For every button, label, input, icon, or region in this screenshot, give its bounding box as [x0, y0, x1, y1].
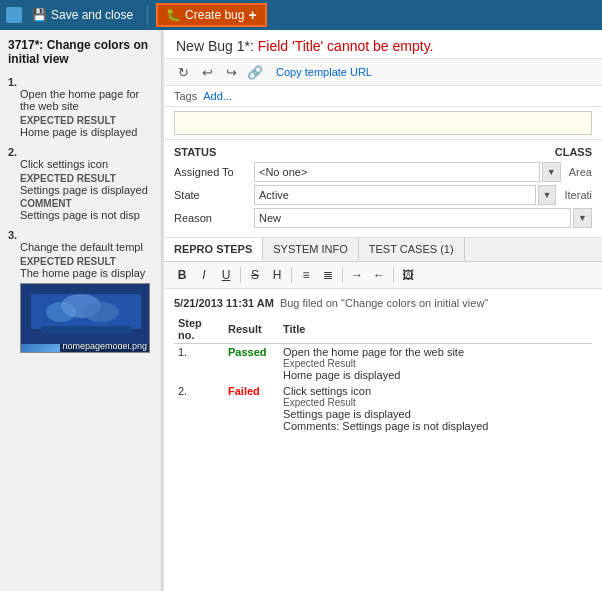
- undo-icon[interactable]: ↩: [198, 63, 216, 81]
- table-row: 1. Passed Open the home page for the web…: [174, 344, 592, 384]
- area-label: Area: [569, 166, 592, 178]
- bug-filed-text: Bug filed on "Change colors on initial v…: [280, 297, 488, 309]
- unordered-list-button[interactable]: ≣: [318, 265, 338, 285]
- assigned-to-dropdown[interactable]: ▼: [542, 162, 561, 182]
- result-1: Passed: [224, 344, 279, 384]
- state-dropdown[interactable]: ▼: [538, 185, 557, 205]
- result-2: Failed: [224, 383, 279, 434]
- svg-rect-6: [41, 326, 131, 334]
- title-1: Open the home page for the web site Expe…: [279, 344, 592, 384]
- save-and-close-button[interactable]: 💾 Save and close: [26, 3, 139, 27]
- bug-form-toolbar: ↻ ↩ ↪ 🔗 Copy template URL: [164, 59, 602, 86]
- reason-input[interactable]: [254, 208, 571, 228]
- expected-value-1: Home page is displayed: [283, 369, 588, 381]
- step-2: 2. Click settings icon EXPECTED RESULT S…: [8, 146, 153, 221]
- expected-value-2: Settings page is displayed: [283, 408, 588, 420]
- step-no-1: 1.: [174, 344, 224, 384]
- step-2-number: 2.: [8, 146, 153, 158]
- status-header: STATUS: [174, 146, 216, 158]
- step-3-image-inner: [21, 284, 60, 352]
- state-label: State: [174, 189, 254, 201]
- work-item-title: 3717*: Change colors on initial view: [8, 38, 153, 66]
- left-panel: 3717*: Change colors on initial view 1. …: [0, 30, 162, 591]
- step-2-comment-value: Settings page is not disp: [20, 209, 150, 221]
- col-header-title: Title: [279, 315, 592, 344]
- rte-divider-1: [240, 267, 241, 283]
- comment-value-2: Comments: Settings page is not displayed: [283, 420, 588, 432]
- image-button[interactable]: 🖼: [398, 265, 418, 285]
- step-3-number: 3.: [8, 229, 153, 241]
- expected-label-1: Expected Result: [283, 358, 588, 369]
- bug-form: New Bug 1*: Field 'Title' cannot be empt…: [162, 30, 602, 591]
- assigned-to-label: Assigned To: [174, 166, 254, 178]
- title-2: Click settings icon Expected Result Sett…: [279, 383, 592, 434]
- step-2-action: Click settings icon: [20, 158, 153, 170]
- italic-button[interactable]: I: [194, 265, 214, 285]
- ordered-list-button[interactable]: ≡: [296, 265, 316, 285]
- svg-point-5: [83, 302, 119, 322]
- tabs-bar: REPRO STEPS SYSTEM INFO TEST CASES (1): [164, 238, 602, 262]
- tags-row: Tags Add...: [164, 86, 602, 107]
- underline-button[interactable]: U: [216, 265, 236, 285]
- step-no-2: 2.: [174, 383, 224, 434]
- bug-title-error: Field 'Title' cannot be empty.: [258, 38, 434, 54]
- toolbar-divider: [147, 5, 148, 25]
- title-input-area: [164, 107, 602, 140]
- rte-divider-4: [393, 267, 394, 283]
- create-bug-button[interactable]: 🐛 Create bug +: [156, 3, 267, 27]
- status-section: STATUS CLASS Assigned To ▼ Area State ▼ …: [164, 140, 602, 238]
- reason-dropdown[interactable]: ▼: [573, 208, 592, 228]
- tab-test-cases[interactable]: TEST CASES (1): [359, 238, 465, 261]
- col-header-result: Result: [224, 315, 279, 344]
- steps-table: Step no. Result Title 1. Passed Open the…: [174, 315, 592, 434]
- repro-steps-content: 5/21/2013 11:31 AM Bug filed on "Change …: [164, 289, 602, 442]
- reason-label: Reason: [174, 212, 254, 224]
- col-header-step: Step no.: [174, 315, 224, 344]
- tags-add-button[interactable]: Add...: [203, 90, 232, 102]
- app-icon: [6, 7, 22, 23]
- step-2-comment-label: COMMENT: [20, 198, 153, 209]
- class-header: CLASS: [555, 146, 592, 158]
- state-field-wrap: ▼: [254, 185, 556, 205]
- step-1-action: Open the home page for the web site: [20, 88, 153, 112]
- link-icon[interactable]: 🔗: [246, 63, 264, 81]
- refresh-icon[interactable]: ↻: [174, 63, 192, 81]
- step-1-expected-label: EXPECTED RESULT: [20, 115, 153, 126]
- assigned-to-row: Assigned To ▼ Area: [174, 162, 592, 182]
- bug-icon: 🐛: [166, 8, 181, 22]
- svg-rect-0: [8, 9, 20, 21]
- rte-toolbar: B I U S H ≡ ≣ → ← 🖼: [164, 262, 602, 289]
- step-3-expected-value: The home page is display: [20, 267, 150, 279]
- indent-button[interactable]: →: [347, 265, 367, 285]
- bold-button[interactable]: B: [172, 265, 192, 285]
- outdent-button[interactable]: ←: [369, 265, 389, 285]
- title-input[interactable]: [174, 111, 592, 135]
- expected-label-2: Expected Result: [283, 397, 588, 408]
- highlight-button[interactable]: H: [267, 265, 287, 285]
- tab-repro-steps[interactable]: REPRO STEPS: [164, 238, 263, 261]
- step-1-expected-value: Home page is displayed: [20, 126, 153, 138]
- main-toolbar: 💾 Save and close 🐛 Create bug +: [0, 0, 602, 30]
- bug-filed-date: 5/21/2013 11:31 AM: [174, 297, 274, 309]
- step-3-image: homepagemodel.png: [20, 283, 150, 353]
- reason-field-wrap: ▼: [254, 208, 592, 228]
- copy-template-url[interactable]: Copy template URL: [276, 66, 372, 78]
- state-input[interactable]: [254, 185, 536, 205]
- tab-system-info[interactable]: SYSTEM INFO: [263, 238, 359, 261]
- step-3-action: Change the default templ: [20, 241, 150, 253]
- step-3-expected-label: EXPECTED RESULT: [20, 256, 153, 267]
- step-1: 1. Open the home page for the web site E…: [8, 76, 153, 138]
- strikethrough-button[interactable]: S: [245, 265, 265, 285]
- step-title-text-1: Open the home page for the web site: [283, 346, 588, 358]
- assigned-to-field-wrap: ▼: [254, 162, 561, 182]
- iteration-label: Iterati: [564, 189, 592, 201]
- assigned-to-input[interactable]: [254, 162, 540, 182]
- redo-icon[interactable]: ↪: [222, 63, 240, 81]
- bug-header: New Bug 1*: Field 'Title' cannot be empt…: [164, 30, 602, 59]
- reason-row: Reason ▼: [174, 208, 592, 228]
- state-row: State ▼ Iterati: [174, 185, 592, 205]
- bug-filed-row: 5/21/2013 11:31 AM Bug filed on "Change …: [174, 297, 592, 309]
- step-2-expected-value: Settings page is displayed: [20, 184, 153, 196]
- step-1-number: 1.: [8, 76, 153, 88]
- step-3: 3. Change the default templ EXPECTED RES…: [8, 229, 153, 353]
